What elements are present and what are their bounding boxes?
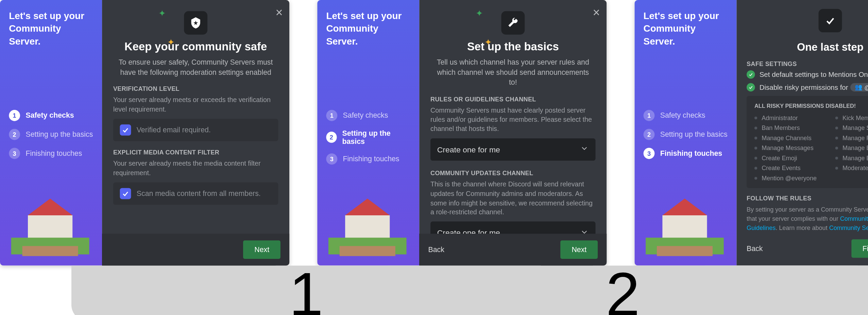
panel-right: × One last step SAFE SETTINGS Set defaul… [736, 0, 868, 266]
perm-item: Create Events [754, 165, 825, 171]
svg-marker-0 [28, 204, 72, 243]
step-safety[interactable]: 1Safety checks [644, 110, 728, 121]
safe-settings-label: SAFE SETTINGS [747, 60, 868, 67]
svg-marker-6 [345, 199, 390, 215]
perm-item: Manage Roles [835, 134, 868, 141]
perm-item: Manage Emoji [835, 145, 868, 151]
step-basics[interactable]: 2Setting up the basics [9, 129, 93, 140]
panel-right: × ✦ ✦ Set up the basics Tell us which ch… [419, 0, 607, 266]
panel-title: Set up the basics [430, 40, 595, 53]
everyone-role-pill: 👥 @everyone [850, 83, 868, 92]
explicit-filter-desc: Your server already meets the media cont… [113, 159, 278, 178]
svg-marker-10 [662, 199, 707, 215]
step-list: 1Safety checks 2Setting up the basics 3F… [644, 110, 728, 159]
checkbox-icon [120, 125, 131, 136]
svg-rect-3 [22, 246, 78, 256]
follow-rules-label: FOLLOW THE RULES [747, 195, 868, 201]
perm-item: Create Emoji [754, 154, 825, 161]
verification-desc: Your server already meets or exceeds the… [113, 96, 278, 114]
sidebar: Let's set up your Community Server. 1Saf… [0, 0, 102, 266]
scan-media-check[interactable]: Scan media content from all members. [113, 182, 278, 205]
step-number-label-3: 3 [705, 266, 868, 315]
svg-marker-1 [28, 199, 72, 215]
chevron-down-icon [580, 228, 589, 234]
back-button[interactable]: Back [428, 246, 444, 254]
sidebar-title: Let's set up your Community Server. [9, 10, 93, 49]
chevron-down-icon [580, 144, 589, 155]
step-finishing[interactable]: 3Finishing touches [644, 148, 728, 159]
perm-item: Moderate Members [835, 165, 868, 171]
explicit-filter-label: EXPLICIT MEDIA CONTENT FILTER [113, 149, 278, 156]
panel-title: Keep your community safe [113, 40, 278, 53]
step-safety[interactable]: 1Safety checks [326, 110, 410, 121]
svg-rect-12 [657, 246, 713, 256]
sparkle-icon: ✦ [158, 8, 164, 13]
sparkle-icon: ✦ [484, 37, 490, 42]
step-basics[interactable]: 2Setting up the basics [644, 129, 728, 140]
community-servers-link[interactable]: Community Servers [829, 224, 868, 231]
back-button[interactable]: Back [747, 244, 763, 253]
perm-item: Mention @everyone [754, 175, 825, 181]
svg-marker-5 [345, 204, 390, 243]
setup-panel-3: Let's set up your Community Server. 1Saf… [634, 0, 868, 266]
sidebar: Let's set up your Community Server. 1Saf… [634, 0, 736, 266]
rules-text: By setting your server as a Community Se… [747, 205, 868, 232]
panel-subtitle: To ensure user safety, Community Servers… [113, 57, 278, 78]
footer: Next [102, 234, 289, 265]
verified-email-check[interactable]: Verified email required. [113, 119, 278, 141]
village-illustration [0, 182, 102, 266]
success-icon [747, 70, 755, 79]
village-illustration [317, 182, 419, 266]
perm-item: Manage Server [835, 125, 868, 131]
checkbox-icon [120, 188, 131, 199]
updates-channel-label: COMMUNITY UPDATES CHANNEL [430, 169, 595, 176]
shield-icon [184, 11, 207, 35]
step-finishing[interactable]: 3Finishing touches [326, 153, 410, 165]
close-icon[interactable]: × [275, 5, 283, 20]
sparkle-icon: ✦ [167, 37, 173, 42]
panel-subtitle: Tell us which channel has your server ru… [430, 57, 595, 88]
step-list: 1Safety checks 2Setting up the basics 3F… [326, 110, 410, 165]
setting-disable-risky: Disable risky permissions for 👥 @everyon… [747, 83, 868, 92]
check-icon [819, 9, 842, 32]
verification-label: VERIFICATION LEVEL [113, 86, 278, 93]
setup-panel-1: Let's set up your Community Server. 1Saf… [0, 0, 289, 266]
rules-channel-desc: Community Servers must have clearly post… [430, 106, 595, 134]
svg-rect-2 [11, 238, 89, 254]
perm-item: Manage Channels [754, 134, 825, 141]
permissions-box: ALL RISKY PERMISSIONS DISABLED! Administ… [747, 96, 868, 188]
perm-item: Manage Messages [754, 145, 825, 151]
close-icon[interactable]: × [593, 5, 600, 20]
permissions-heading: ALL RISKY PERMISSIONS DISABLED! [754, 103, 868, 109]
svg-rect-11 [646, 238, 724, 254]
rules-channel-select[interactable]: Create one for me [430, 138, 595, 161]
updates-channel-desc: This is the channel where Discord will s… [430, 180, 595, 217]
setup-panel-2: Let's set up your Community Server. 1Saf… [317, 0, 607, 266]
perm-item: Ban Members [754, 125, 825, 131]
village-illustration [634, 182, 736, 266]
setting-mentions-only: Set default settings to Mentions Only i [747, 70, 868, 79]
wrench-icon [501, 11, 525, 35]
footer: Back Next [419, 234, 607, 265]
sidebar: Let's set up your Community Server. 1Saf… [317, 0, 419, 266]
panel-title: One last step [747, 41, 868, 53]
step-basics[interactable]: 2Setting up the basics [326, 129, 410, 146]
sparkle-icon: ✦ [476, 8, 481, 13]
rules-channel-label: RULES OR GUIDELINES CHANNEL [430, 96, 595, 102]
svg-rect-7 [328, 238, 407, 254]
svg-rect-8 [340, 246, 395, 256]
svg-marker-9 [662, 204, 707, 243]
step-finishing[interactable]: 3Finishing touches [9, 148, 93, 159]
perm-item: Kick Members [835, 114, 868, 121]
step-safety[interactable]: 1Safety checks [9, 110, 93, 121]
success-icon [747, 83, 755, 92]
next-button[interactable]: Next [561, 241, 598, 259]
sidebar-title: Let's set up your Community Server. [326, 10, 410, 49]
finish-button[interactable]: Finish Setup [851, 239, 868, 258]
updates-channel-select[interactable]: Create one for me [430, 221, 595, 234]
perm-item: Administrator [754, 114, 825, 121]
step-list: 1Safety checks 2Setting up the basics 3F… [9, 110, 93, 159]
next-button[interactable]: Next [243, 241, 280, 259]
panel-right: × ✦ ✦ Keep your community safe To ensure… [102, 0, 289, 266]
sidebar-title: Let's set up your Community Server. [644, 10, 728, 49]
